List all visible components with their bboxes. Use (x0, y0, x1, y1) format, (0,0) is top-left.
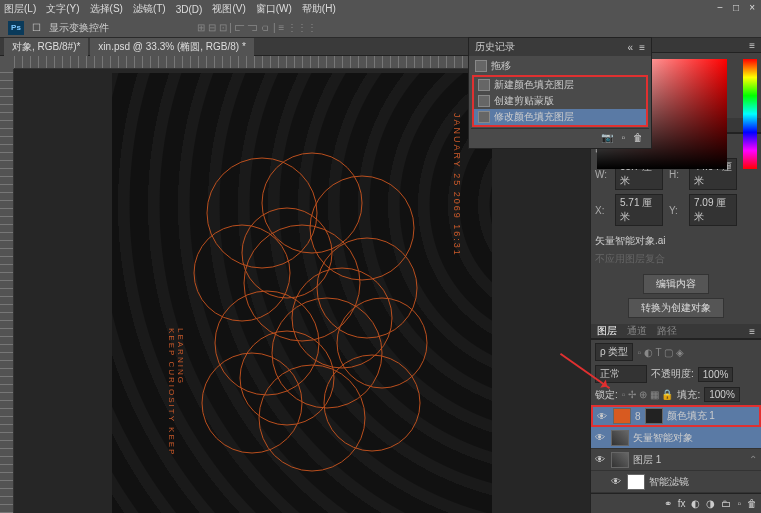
x-label: X: (595, 205, 609, 216)
snapshot-icon[interactable]: 📷 (601, 132, 613, 143)
expand-icon[interactable]: ⌃ (749, 454, 757, 465)
transform-controls-checkbox[interactable]: ☐ (32, 22, 41, 33)
layer-comp-disabled: 不应用图层复合 (595, 252, 665, 266)
svg-point-1 (262, 153, 362, 253)
menu-layer[interactable]: 图层(L) (4, 2, 36, 16)
tab-paths[interactable]: 路径 (657, 324, 677, 338)
ruler-vertical (0, 69, 14, 513)
state-icon (478, 111, 490, 123)
history-label: 拖移 (491, 59, 511, 73)
layer-name[interactable]: 智能滤镜 (649, 475, 689, 489)
trash-icon[interactable]: 🗑 (633, 132, 643, 143)
visibility-icon[interactable]: 👁 (611, 476, 623, 487)
mask-thumb[interactable] (645, 408, 663, 424)
visibility-icon[interactable]: 👁 (595, 454, 607, 465)
poster-date-text: JANUARY 25 2069 16:31 (452, 113, 462, 257)
hue-slider[interactable] (743, 59, 757, 169)
layers-panel: ρ 类型 ▫ ◐ T ▢ ◈ 正常 不透明度: 100% 锁定: ▫ ✢ ⊕ ▦… (591, 339, 761, 513)
x-input[interactable]: 5.71 厘米 (615, 194, 663, 226)
tab-layers[interactable]: 图层 (597, 324, 617, 338)
menu-type[interactable]: 文字(Y) (46, 2, 79, 16)
panel-menu-icon[interactable]: ≡ (749, 40, 755, 51)
layer-name[interactable]: 颜色填充 1 (667, 409, 715, 423)
svg-point-9 (202, 353, 302, 453)
visibility-icon[interactable]: 👁 (595, 432, 607, 443)
menu-3d[interactable]: 3D(D) (176, 4, 203, 15)
history-title: 历史记录 (475, 40, 515, 54)
history-item[interactable]: 创建剪贴蒙版 (474, 93, 646, 109)
tab-doc2[interactable]: xin.psd @ 33.3% (椭圆, RGB/8) * (90, 38, 253, 56)
artboard[interactable]: JANUARY 25 2069 16:31 KEEP CURIOSITY KEE… (112, 73, 492, 513)
layer-thumb[interactable] (611, 430, 629, 446)
panel-menu-icon[interactable]: ≡ (749, 326, 755, 337)
tab-channels[interactable]: 通道 (627, 324, 647, 338)
state-icon (478, 95, 490, 107)
layer-smart-filter[interactable]: 👁 智能滤镜 (591, 471, 761, 493)
history-item[interactable]: 拖移 (471, 58, 649, 74)
svg-point-14 (240, 331, 334, 425)
options-bar: Ps ☐ 显示变换控件 ⊞ ⊟ ⊡ | ⫍ ⫎ ⫏ | ≡ ⋮⋮⋮ (0, 18, 761, 38)
history-item[interactable]: 修改颜色填充图层 (474, 109, 646, 125)
close-icon[interactable]: × (749, 2, 755, 13)
layer-thumb[interactable] (611, 452, 629, 468)
history-label: 新建颜色填充图层 (494, 78, 574, 92)
maximize-icon[interactable]: □ (733, 2, 739, 13)
layer-filter-kind[interactable]: ρ 类型 (595, 343, 633, 361)
svg-point-8 (337, 298, 427, 388)
transform-controls-label: 显示变换控件 (49, 21, 109, 35)
minimize-icon[interactable]: − (717, 2, 723, 13)
menu-window[interactable]: 窗口(W) (256, 2, 292, 16)
svg-point-11 (324, 355, 420, 451)
ps-logo-icon: Ps (8, 21, 24, 35)
new-layer-icon[interactable]: ▫ (737, 498, 741, 509)
folder-icon[interactable]: 🗀 (721, 498, 731, 509)
y-input[interactable]: 7.09 厘米 (689, 194, 737, 226)
collapse-icon[interactable]: « (628, 42, 634, 53)
svg-point-3 (194, 225, 290, 321)
layers-panel-tabs: 图层 通道 路径 ≡ (591, 324, 761, 339)
menu-help[interactable]: 帮助(H) (302, 2, 336, 16)
trash-icon[interactable]: 🗑 (747, 498, 757, 509)
menubar: 图层(L) 文字(Y) 选择(S) 滤镜(T) 3D(D) 视图(V) 窗口(W… (0, 0, 761, 18)
visibility-icon[interactable]: 👁 (597, 411, 609, 422)
new-doc-icon[interactable]: ▫ (621, 132, 625, 143)
fill-label: 填充: (677, 388, 700, 402)
filter-thumb[interactable] (627, 474, 645, 490)
menu-view[interactable]: 视图(V) (212, 2, 245, 16)
layers-footer: ⚭ fx ◐ ◑ 🗀 ▫ 🗑 (591, 493, 761, 513)
fx-icon[interactable]: fx (678, 498, 686, 509)
panel-menu-icon[interactable]: ≡ (639, 42, 645, 53)
history-label: 修改颜色填充图层 (494, 110, 574, 124)
opacity-label: 不透明度: (651, 367, 694, 381)
history-item[interactable]: 新建颜色填充图层 (474, 77, 646, 93)
height-label: H: (669, 169, 683, 180)
layer-name[interactable]: 矢量智能对象 (633, 431, 693, 445)
layer-name[interactable]: 图层 1 (633, 453, 661, 467)
link-icon[interactable]: ⚭ (664, 498, 672, 509)
convert-button[interactable]: 转换为创建对象 (628, 298, 724, 318)
history-label: 创建剪贴蒙版 (494, 94, 554, 108)
layer-thumb[interactable] (613, 408, 631, 424)
width-label: W: (595, 169, 609, 180)
svg-point-6 (215, 291, 319, 395)
smartobj-filename: 矢量智能对象.ai (595, 234, 666, 248)
layer-smart-object[interactable]: 👁 矢量智能对象 (591, 427, 761, 449)
fill-input[interactable]: 100% (704, 387, 740, 402)
adjustment-icon[interactable]: ◑ (706, 498, 715, 509)
edit-content-button[interactable]: 编辑内容 (643, 274, 709, 294)
menu-filter[interactable]: 滤镜(T) (133, 2, 166, 16)
layer-color-fill[interactable]: 👁 8 颜色填充 1 (591, 405, 761, 427)
svg-point-13 (292, 268, 392, 368)
state-icon (475, 60, 487, 72)
layers-list: 👁 8 颜色填充 1 👁 矢量智能对象 👁 图层 1 ⌃ (591, 405, 761, 493)
svg-point-2 (310, 176, 414, 280)
y-label: Y: (669, 205, 683, 216)
mask-icon[interactable]: ◐ (691, 498, 700, 509)
blend-mode-dropdown[interactable]: 正常 (595, 365, 647, 383)
menu-select[interactable]: 选择(S) (90, 2, 123, 16)
state-icon (478, 79, 490, 91)
layer-layer1[interactable]: 👁 图层 1 ⌃ (591, 449, 761, 471)
history-panel: 历史记录 «≡ 拖移 新建颜色填充图层 创建剪贴蒙版 修改颜色填充图层 📷 ▫ … (468, 37, 652, 149)
tab-doc1[interactable]: 对象, RGB/8#)* (4, 38, 88, 56)
opacity-input[interactable]: 100% (698, 367, 734, 382)
